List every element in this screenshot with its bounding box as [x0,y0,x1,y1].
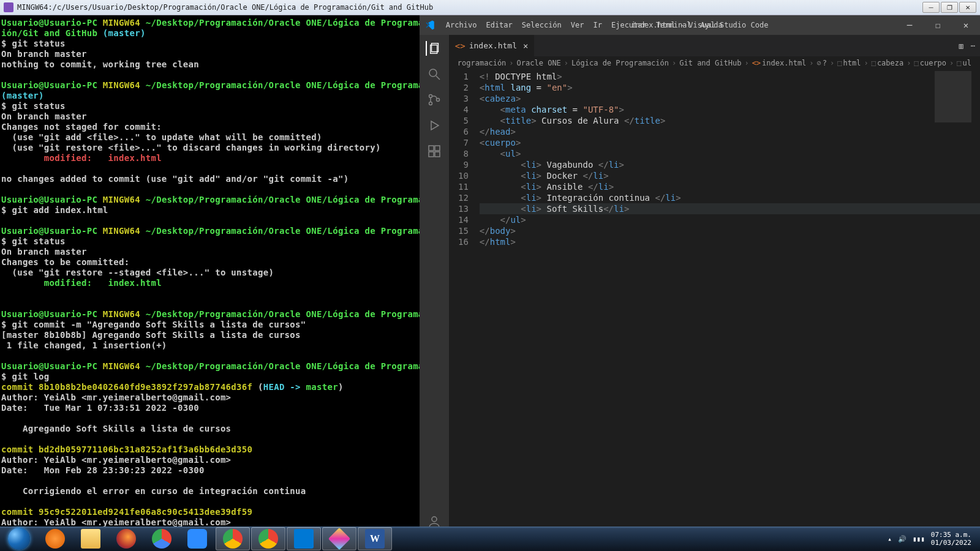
tab-bar: <> index.html × ▥ ⋯ [449,35,980,56]
taskbar-explorer[interactable] [74,527,108,550]
taskbar-chrome3[interactable] [251,527,285,550]
taskbar-chrome2[interactable] [216,527,250,550]
taskbar: W ▴ 🔊 ▮▮▮ 07:35 a.m. 01/03/2022 [0,527,980,551]
search-icon[interactable] [427,67,442,81]
taskbar-chrome1[interactable] [145,527,179,550]
tray-volume-icon[interactable]: 🔊 [898,535,907,543]
vscode-logo-icon [420,20,441,31]
line-numbers: 12345678910111213141516 [449,70,480,536]
vscode-window: ArchivoEditarSelecciónVerIrEjecutarTermi… [420,15,980,536]
tray-clock[interactable]: 07:35 a.m. 01/03/2022 [931,531,971,547]
start-button[interactable] [2,527,36,551]
run-debug-icon[interactable] [427,118,442,133]
html-file-icon: <> [455,41,466,51]
svg-rect-9 [435,152,440,157]
taskbar-vscode[interactable] [287,527,321,550]
window-title: MINGW64:/c/Users/Usuario/Desktop/Program… [17,3,922,12]
svg-point-2 [429,69,437,77]
taskbar-gitbash[interactable] [322,527,356,550]
code-editor[interactable]: 12345678910111213141516 <! DOCTYPE html>… [449,70,980,536]
minimize-button[interactable]: ─ [922,2,940,13]
vscode-minimize-button[interactable]: ─ [895,15,924,35]
app-icon [4,2,13,12]
tray-chevron-icon[interactable]: ▴ [888,535,892,543]
svg-rect-8 [429,152,434,157]
svg-rect-10 [435,146,440,151]
svg-line-3 [436,76,440,80]
breadcrumb[interactable]: rogramación› Oracle ONE› Lógica de Progr… [449,56,980,70]
system-tray[interactable]: ▴ 🔊 ▮▮▮ 07:35 a.m. 01/03/2022 [888,531,978,547]
svg-rect-7 [429,146,434,151]
vscode-titlebar: ArchivoEditarSelecciónVerIrEjecutarTermi… [420,15,980,35]
taskbar-zoom[interactable] [180,527,214,550]
window-titlebar: MINGW64:/c/Users/Usuario/Desktop/Program… [0,0,980,15]
code-content[interactable]: <! DOCTYPE html> <html lang = "en"> <cab… [480,70,980,536]
vscode-title: index.html - Visual Studio Code [631,21,768,29]
more-actions-icon[interactable]: ⋯ [971,42,975,50]
close-button[interactable]: ✕ [959,2,976,13]
taskbar-firefox[interactable] [109,527,143,550]
minimap[interactable] [935,71,971,144]
vscode-close-button[interactable]: ✕ [952,15,980,35]
source-control-icon[interactable] [427,92,442,107]
maximize-button[interactable]: ❐ [941,2,958,13]
activity-bar [420,35,449,536]
extensions-icon[interactable] [427,144,442,159]
tray-network-icon[interactable]: ▮▮▮ [913,535,925,543]
svg-point-6 [436,99,439,102]
taskbar-word[interactable]: W [358,527,392,550]
split-editor-icon[interactable]: ▥ [959,42,963,50]
svg-point-4 [429,95,432,98]
svg-point-11 [432,517,437,522]
svg-point-5 [429,102,432,105]
explorer-icon[interactable] [426,41,442,56]
tab-close-icon[interactable]: × [521,41,528,51]
terminal-output[interactable]: Usuario@Usuario-PC MINGW64 ~/Desktop/Pro… [0,15,420,536]
tab-index-html[interactable]: <> index.html × [449,35,535,56]
taskbar-media-player[interactable] [38,527,72,550]
vscode-maximize-button[interactable]: ☐ [924,15,952,35]
